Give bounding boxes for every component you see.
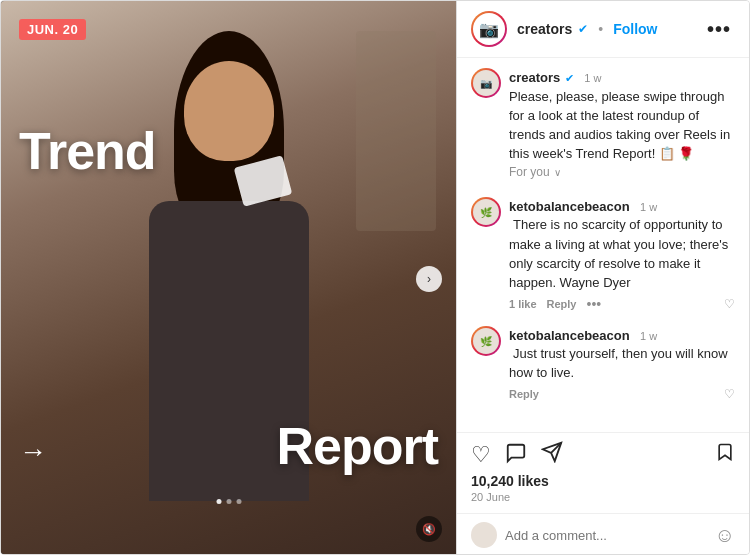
mute-icon: 🔇 [422, 523, 436, 536]
arrow-icon: → [19, 436, 47, 468]
avatar-image: 📷 [473, 13, 505, 45]
actions-bar: ♡ 10,240 likes [457, 432, 749, 513]
comment-input-row: ☺ [457, 513, 749, 555]
commenter-avatar [471, 522, 497, 548]
comment-1-likes: 1 like [509, 298, 537, 310]
comment-2-avatar[interactable]: 🌿 [471, 326, 501, 356]
dot-2[interactable] [226, 499, 231, 504]
share-button[interactable] [541, 441, 563, 469]
dot-3[interactable] [236, 499, 241, 504]
comment-2-meta: Reply ♡ [509, 387, 735, 401]
chevron-down-icon[interactable]: ∨ [554, 167, 561, 178]
comment-1-reply-button[interactable]: Reply [547, 298, 577, 310]
caption-avatar[interactable]: 📷 [471, 68, 501, 98]
comment-1-time: 1 w [640, 201, 657, 213]
comment-item: 🌿 ketobalancebeacon 1 w There is no scar… [471, 197, 735, 312]
comment-1-avatar-image: 🌿 [473, 199, 499, 225]
header-user-info: creators ✔ • Follow [517, 21, 703, 37]
date-badge: JUN. 20 [19, 19, 86, 40]
comment-2-content: ketobalancebeacon 1 w Just trust yoursel… [509, 326, 735, 400]
trend-title: Trend [19, 121, 156, 181]
comment-1-meta: 1 like Reply ••• ♡ [509, 296, 735, 312]
caption-camera-icon: 📷 [480, 78, 492, 89]
share-icon [541, 441, 563, 463]
emoji-button[interactable]: ☺ [715, 524, 735, 547]
comment-input[interactable] [505, 528, 715, 543]
slide-dots [216, 499, 241, 504]
comment-2-text: Just trust yourself, then you will know … [509, 346, 728, 380]
caption-content: creators ✔ 1 w Please, please, please sw… [509, 68, 735, 187]
comment-1-heart-icon[interactable]: ♡ [724, 297, 735, 311]
comment-2-username[interactable]: ketobalancebeacon [509, 328, 630, 343]
next-slide-button[interactable]: › [416, 266, 442, 292]
comment-2-heart-icon[interactable]: ♡ [724, 387, 735, 401]
caption-username[interactable]: creators [509, 70, 560, 85]
for-you-label[interactable]: For you [509, 165, 550, 179]
caption-avatar-image: 📷 [473, 70, 499, 96]
comment-2-time: 1 w [640, 330, 657, 342]
comment-item: 🌿 ketobalancebeacon 1 w Just trust yours… [471, 326, 735, 400]
comment-1-text: There is no scarcity of opportunity to m… [509, 217, 728, 290]
comment-1-content: ketobalancebeacon 1 w There is no scarci… [509, 197, 735, 312]
comment-1-more-button[interactable]: ••• [587, 296, 602, 312]
caption-verified-icon: ✔ [565, 72, 574, 84]
comment-2-reply-button[interactable]: Reply [509, 388, 539, 400]
post-header: 📷 creators ✔ • Follow ••• [457, 1, 749, 58]
for-you-row: For you ∨ [509, 165, 735, 179]
caption-text: Please, please, please swipe through for… [509, 88, 735, 163]
mute-button[interactable]: 🔇 [416, 516, 442, 542]
avatar[interactable]: 📷 [471, 11, 507, 47]
dot-1[interactable] [216, 499, 221, 504]
comment-1-username[interactable]: ketobalancebeacon [509, 199, 630, 214]
video-panel: JUN. 20 Trend Report → › 🔇 [1, 1, 456, 555]
person-head [184, 61, 274, 161]
likes-count: 10,240 likes [471, 473, 735, 489]
info-panel: 📷 creators ✔ • Follow ••• 📷 [456, 1, 749, 555]
report-title: Report [276, 416, 438, 476]
post-caption: 📷 creators ✔ 1 w Please, please, please … [471, 68, 735, 187]
caption-time: 1 w [584, 72, 601, 84]
bookmark-icon [715, 441, 735, 463]
comment-button[interactable] [505, 442, 527, 469]
action-icons-row: ♡ [471, 441, 735, 469]
comment-1-avatar-icon: 🌿 [480, 207, 492, 218]
bookmark-button[interactable] [715, 441, 735, 469]
like-button[interactable]: ♡ [471, 442, 491, 468]
comments-area: 📷 creators ✔ 1 w Please, please, please … [457, 58, 749, 432]
verified-icon: ✔ [578, 22, 588, 36]
follow-button[interactable]: Follow [613, 21, 657, 37]
header-username[interactable]: creators [517, 21, 572, 37]
more-options-button[interactable]: ••• [703, 18, 735, 41]
comment-2-avatar-icon: 🌿 [480, 336, 492, 347]
comment-icon [505, 442, 527, 464]
separator: • [598, 21, 603, 37]
post-date: 20 June [471, 491, 735, 503]
comment-1-avatar[interactable]: 🌿 [471, 197, 501, 227]
comment-2-avatar-image: 🌿 [473, 328, 499, 354]
camera-icon: 📷 [479, 20, 499, 39]
